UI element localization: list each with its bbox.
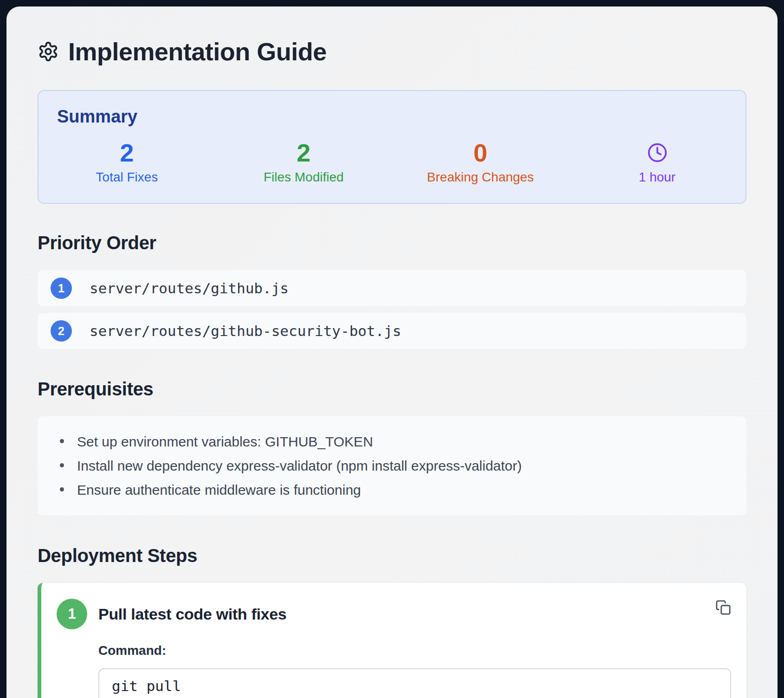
priority-item: 1 server/routes/github.js <box>38 270 746 306</box>
stat-total-fixes-value: 2 <box>120 141 134 165</box>
bullet-icon <box>60 463 64 467</box>
step-title: Pull latest code with fixes <box>98 605 704 623</box>
prerequisite-text: Set up environment variables: GITHUB_TOK… <box>77 434 373 450</box>
stat-files-modified-value: 2 <box>296 141 310 165</box>
priority-file-path: server/routes/github-security-bot.js <box>90 323 401 339</box>
priority-item: 2 server/routes/github-security-bot.js <box>38 313 746 349</box>
command-code-box: git pull <box>98 668 731 698</box>
priority-file-path: server/routes/github.js <box>90 280 289 297</box>
prerequisite-text: Ensure authenticate middleware is functi… <box>77 482 361 498</box>
bullet-icon <box>60 439 64 443</box>
step-header: 1 Pull latest code with fixes <box>57 599 731 629</box>
clock-icon <box>647 142 668 163</box>
summary-stats: 2 Total Fixes 2 Files Modified 0 Breakin… <box>39 141 745 184</box>
prerequisite-item: Set up environment variables: GITHUB_TOK… <box>60 434 724 450</box>
prerequisites-heading: Prerequisites <box>38 379 746 400</box>
step-body: Command: git pull <box>98 643 731 698</box>
page-header: Implementation Guide <box>38 37 746 66</box>
prerequisite-item: Ensure authenticate middleware is functi… <box>60 482 724 498</box>
stat-total-fixes-label: Total Fixes <box>96 170 158 184</box>
prerequisite-text: Install new dependency express-validator… <box>77 458 522 474</box>
deployment-step-card: 1 Pull latest code with fixes Command: g… <box>38 583 746 698</box>
stat-estimated-time: 1 hour <box>569 141 745 184</box>
content-panel: Implementation Guide Summary 2 Total Fix… <box>6 6 778 698</box>
step-number-badge: 1 <box>57 599 87 629</box>
prerequisite-item: Install new dependency express-validator… <box>60 458 724 474</box>
gear-icon <box>38 41 59 62</box>
stat-breaking-changes-label: Breaking Changes <box>427 170 533 184</box>
stat-breaking-changes: 0 Breaking Changes <box>392 141 569 184</box>
copy-icon <box>715 600 731 615</box>
command-label: Command: <box>98 643 731 658</box>
stat-estimated-time-label: 1 hour <box>639 170 675 184</box>
stat-breaking-changes-value: 0 <box>473 141 487 165</box>
page-title: Implementation Guide <box>68 37 327 66</box>
priority-order-heading: Priority Order <box>38 233 746 253</box>
priority-number-badge: 2 <box>51 320 72 342</box>
stat-files-modified: 2 Files Modified <box>215 141 392 184</box>
deployment-steps-heading: Deployment Steps <box>38 545 746 566</box>
summary-card: Summary 2 Total Fixes 2 Files Modified 0… <box>38 90 746 204</box>
stat-files-modified-label: Files Modified <box>263 170 344 184</box>
bullet-icon <box>60 487 64 491</box>
summary-title: Summary <box>57 107 745 127</box>
stat-total-fixes: 2 Total Fixes <box>39 141 215 184</box>
priority-number-badge: 1 <box>51 278 72 299</box>
prerequisites-card: Set up environment variables: GITHUB_TOK… <box>38 416 746 516</box>
copy-button[interactable] <box>715 600 731 615</box>
